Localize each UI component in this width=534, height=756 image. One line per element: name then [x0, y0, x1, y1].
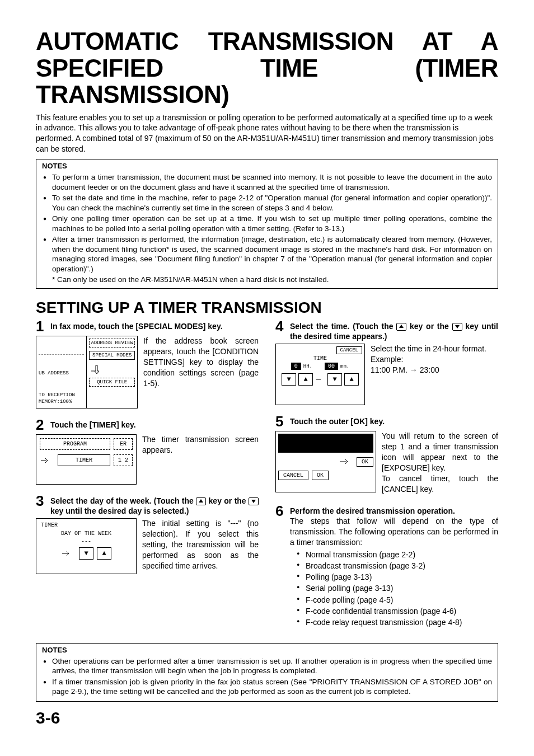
lcd-button[interactable]: 1 2	[114, 454, 133, 466]
lcd-value: ---	[39, 538, 134, 545]
notes-box-top: NOTES To perform a timer transmission, t…	[36, 159, 498, 289]
step-4: 4 Select the time. (Touch the key or the…	[275, 319, 498, 405]
note-item: If a timer transmission job is given pri…	[42, 677, 492, 697]
intro-paragraph: This feature enables you to set up a tra…	[36, 112, 498, 155]
lcd-cancel-button[interactable]: CANCEL	[278, 471, 308, 480]
lcd-button[interactable]: TIMER	[58, 454, 110, 466]
lcd-minute-value: 00	[325, 363, 338, 370]
note-item: Only one polling timer operation can be …	[42, 214, 492, 233]
lcd-text: TO RECEPTION	[39, 392, 84, 399]
step-text: The timer transmission screen appears.	[142, 434, 259, 456]
note-item: After a timer transmission is performed,…	[42, 234, 492, 274]
notes-footnote: * Can only be used on the AR-M351N/AR-M4…	[52, 275, 492, 285]
step-title: Perform the desired transmission operati…	[290, 506, 498, 516]
step-text: The steps that follow will depend on the…	[290, 516, 498, 548]
step-number: 3	[36, 494, 46, 508]
step-title: Select the time. (Touch the key or the k…	[290, 321, 498, 341]
step-title: In fax mode, touch the [SPECIAL MODES] k…	[50, 321, 223, 331]
steps-columns: 1 In fax mode, touch the [SPECIAL MODES]…	[36, 319, 498, 637]
list-item: Normal transmission (page 2-2)	[297, 549, 498, 560]
lcd-subtitle: DAY OF THE WEEK	[39, 529, 134, 538]
notes-heading: NOTES	[42, 646, 492, 655]
step-title: Select the day of the week. (Touch the k…	[50, 496, 259, 516]
section-heading: SETTING UP A TIMER TRANSMISSION	[36, 299, 498, 317]
step-number: 1	[36, 319, 46, 334]
notes-list: To perform a timer transmission, the doc…	[42, 172, 492, 274]
step-1: 1 In fax mode, touch the [SPECIAL MODES]…	[36, 319, 259, 408]
notes-list: Other operations can be performed after …	[42, 656, 492, 697]
lcd-screenshot: TIMER DAY OF THE WEEK --- ▼ ▲	[36, 518, 137, 574]
lcd-button[interactable]: SPECIAL MODES	[89, 351, 135, 360]
lcd-title: TIMER	[39, 521, 134, 529]
lcd-screenshot: OK CANCEL OK	[275, 431, 376, 492]
step-title: Touch the outer [OK] key.	[290, 416, 385, 426]
down-arrow-key-icon	[249, 497, 259, 505]
step-number: 5	[275, 414, 285, 429]
step-5: 5 Touch the outer [OK] key. OK CANCEL OK	[275, 414, 498, 494]
up-arrow-key-icon	[396, 323, 406, 331]
lcd-ok-button[interactable]: OK	[357, 457, 373, 467]
down-arrow-button[interactable]: ▼	[79, 547, 93, 560]
lcd-minute-label: mm.	[340, 364, 349, 369]
lcd-button[interactable]: ADDRESS REVIEW	[89, 339, 135, 348]
lcd-button[interactable]: ER	[114, 438, 133, 450]
up-arrow-button[interactable]: ▲	[97, 547, 111, 560]
down-arrow-button[interactable]: ▼	[327, 373, 342, 386]
lcd-screenshot: CANCEL TIME 0 HH. 00 mm. ▼ ▲	[275, 344, 365, 405]
list-item: Polling (page 3-13)	[297, 571, 498, 583]
list-item: Serial polling (page 3-13)	[297, 583, 498, 594]
left-column: 1 In fax mode, touch the [SPECIAL MODES]…	[36, 319, 259, 637]
down-arrow-key-icon	[452, 323, 462, 331]
lcd-text: UB ADDRESS	[39, 370, 84, 377]
pointer-hand-icon	[61, 548, 76, 559]
down-arrow-button[interactable]: ▼	[282, 373, 296, 386]
lcd-screenshot: PROGRAM ER TIMER 1 2	[36, 434, 137, 485]
lcd-label: TIME	[278, 355, 362, 361]
manual-page: AUTOMATIC TRANSMISSION AT A SPECIFIED TI…	[0, 28, 534, 739]
step-3: 3 Select the day of the week. (Touch the…	[36, 494, 259, 574]
step-number: 2	[36, 417, 46, 432]
page-number: 3-6	[36, 708, 498, 727]
lcd-button[interactable]: QUICK FILE	[89, 378, 135, 387]
right-column: 4 Select the time. (Touch the key or the…	[275, 319, 498, 637]
note-item: To perform a timer transmission, the doc…	[42, 172, 492, 192]
step-text: Select the time in 24-hour format. Examp…	[371, 344, 498, 375]
list-item: F-code relay request transmission (page …	[297, 617, 498, 628]
list-item: F-code confidential transmission (page 4…	[297, 605, 498, 617]
lcd-screenshot: UB ADDRESS TO RECEPTION MEMORY:100% ADDR…	[36, 336, 138, 408]
pointer-hand-icon	[40, 455, 54, 466]
notes-heading: NOTES	[42, 162, 492, 171]
list-item: Broadcast transmission (page 3-2)	[297, 560, 498, 571]
step-text: If the address book screen appears, touc…	[143, 336, 259, 388]
note-item: To set the date and time in the machine,…	[42, 193, 492, 213]
up-arrow-key-icon	[196, 497, 206, 505]
lcd-dark-area	[278, 434, 373, 453]
pointer-hand-icon	[315, 374, 325, 385]
operation-list: Normal transmission (page 2-2) Broadcast…	[297, 549, 498, 628]
step-2: 2 Touch the [TIMER] key. PROGRAM ER TIME…	[36, 417, 259, 485]
pointer-hand-icon	[89, 363, 104, 374]
up-arrow-button[interactable]: ▲	[344, 373, 359, 386]
step-text: The initial setting is "---" (no selecti…	[142, 518, 259, 571]
lcd-hour-value: 0	[291, 363, 301, 370]
note-item: Other operations can be performed after …	[42, 656, 492, 676]
step-6: 6 Perform the desired transmission opera…	[275, 504, 498, 628]
lcd-button[interactable]: PROGRAM	[40, 438, 110, 450]
pointer-hand-icon	[339, 456, 353, 467]
step-title: Touch the [TIMER] key.	[50, 420, 136, 430]
lcd-ok-button[interactable]: OK	[312, 471, 329, 480]
lcd-text: MEMORY:100%	[39, 398, 84, 406]
step-text: You will return to the screen of step 1 …	[382, 431, 498, 494]
step-number: 6	[275, 504, 285, 518]
list-item: F-code polling (page 4-5)	[297, 594, 498, 605]
lcd-hour-label: HH.	[303, 364, 312, 369]
page-title: AUTOMATIC TRANSMISSION AT A SPECIFIED TI…	[36, 28, 498, 108]
up-arrow-button[interactable]: ▲	[298, 373, 313, 386]
step-number: 4	[275, 319, 285, 334]
lcd-cancel-button[interactable]: CANCEL	[336, 346, 362, 354]
notes-box-bottom: NOTES Other operations can be performed …	[36, 643, 498, 702]
